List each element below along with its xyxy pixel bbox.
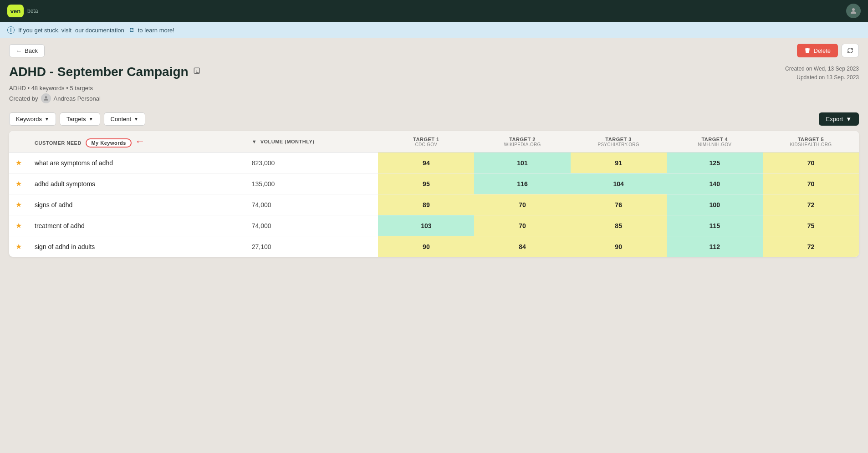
- score-cell: 70: [763, 153, 859, 173]
- table-row: ★adhd adult symptoms135,0009511610414070: [9, 173, 859, 194]
- star-cell[interactable]: ★: [9, 236, 28, 257]
- score-cell: 84: [474, 236, 570, 257]
- top-action-row: ← Back Delete: [9, 44, 859, 57]
- updated-date: Updated on 13 Sep. 2023: [785, 73, 859, 82]
- table-body: ★what are symptoms of adhd823,0009410191…: [9, 153, 859, 257]
- target4-header: TARGET 4 NIMH.NIH.GOV: [667, 131, 763, 153]
- campaign-title: ADHD - September Campaign: [9, 65, 201, 79]
- sort-arrow-icon: ▼: [252, 139, 257, 144]
- volume-cell: 135,000: [245, 173, 378, 194]
- back-arrow-icon: ←: [16, 47, 22, 54]
- keywords-chevron-icon: ▼: [45, 117, 49, 122]
- score-cell: 70: [474, 194, 570, 215]
- score-cell: 94: [378, 153, 474, 173]
- table-header-row: CUSTOMER NEED My Keywords ← ▼ VOLUME (MO…: [9, 131, 859, 153]
- created-date: Created on Wed, 13 Sep 2023: [785, 65, 859, 73]
- logo-area: ven beta: [7, 5, 38, 17]
- action-buttons: Delete: [797, 44, 859, 57]
- campaign-section: ADHD - September Campaign Created on Wed…: [9, 65, 859, 103]
- back-button[interactable]: ← Back: [9, 44, 45, 57]
- content-button[interactable]: Content ▼: [104, 112, 145, 126]
- delete-label: Delete: [813, 47, 831, 54]
- targets-button[interactable]: Targets ▼: [60, 112, 100, 126]
- score-cell: 140: [667, 173, 763, 194]
- star-header: [9, 131, 28, 153]
- keyword-cell: what are symptoms of adhd: [28, 153, 245, 173]
- volume-cell: 27,100: [245, 236, 378, 257]
- campaign-title-row: ADHD - September Campaign Created on Wed…: [9, 65, 859, 82]
- score-cell: 85: [571, 215, 667, 236]
- campaign-dates: Created on Wed, 13 Sep 2023 Updated on 1…: [785, 65, 859, 82]
- main-content: ← Back Delete ADHD - S: [0, 38, 868, 266]
- edit-title-icon[interactable]: [193, 67, 201, 77]
- documentation-link[interactable]: our documentation: [75, 27, 124, 34]
- volume-cell: 74,000: [245, 215, 378, 236]
- star-cell[interactable]: ★: [9, 173, 28, 194]
- export-button[interactable]: Export ▼: [819, 112, 859, 126]
- score-cell: 90: [571, 236, 667, 257]
- info-text-prefix: If you get stuck, visit: [18, 27, 71, 34]
- toolbar: Keywords ▼ Targets ▼ Content ▼ Export ▼: [9, 112, 859, 126]
- target2-header: TARGET 2 WIKIPEDIA.ORG: [474, 131, 570, 153]
- beta-label: beta: [27, 8, 38, 14]
- delete-button[interactable]: Delete: [797, 44, 838, 57]
- info-bar: i If you get stuck, visit our documentat…: [0, 22, 868, 38]
- user-icon: [849, 7, 858, 15]
- volume-cell: 74,000: [245, 194, 378, 215]
- svg-point-2: [45, 97, 47, 99]
- info-icon: i: [7, 26, 15, 34]
- campaign-creator: Created by Andreas Personal: [9, 93, 859, 103]
- table-row: ★what are symptoms of adhd823,0009410191…: [9, 153, 859, 173]
- info-text-suffix: to learn more!: [138, 27, 174, 34]
- star-cell[interactable]: ★: [9, 153, 28, 173]
- data-table: CUSTOMER NEED My Keywords ← ▼ VOLUME (MO…: [9, 131, 859, 257]
- score-cell: 76: [571, 194, 667, 215]
- refresh-icon: [847, 47, 854, 54]
- score-cell: 112: [667, 236, 763, 257]
- table-row: ★treatment of adhd74,000103708511575: [9, 215, 859, 236]
- svg-point-0: [852, 8, 855, 11]
- keyword-cell: sign of adhd in adults: [28, 236, 245, 257]
- campaign-meta: ADHD • 48 keywords • 5 targets: [9, 85, 859, 92]
- star-cell[interactable]: ★: [9, 194, 28, 215]
- my-keywords-tag[interactable]: My Keywords: [86, 138, 131, 148]
- target1-header: TARGET 1 CDC.GOV: [378, 131, 474, 153]
- keyword-cell: signs of adhd: [28, 194, 245, 215]
- score-cell: 95: [378, 173, 474, 194]
- user-avatar-button[interactable]: [846, 4, 861, 18]
- score-cell: 91: [571, 153, 667, 173]
- score-cell: 125: [667, 153, 763, 173]
- table-row: ★sign of adhd in adults27,10090849011272: [9, 236, 859, 257]
- targets-chevron-icon: ▼: [89, 117, 93, 122]
- score-cell: 89: [378, 194, 474, 215]
- keywords-button[interactable]: Keywords ▼: [9, 112, 56, 126]
- score-cell: 116: [474, 173, 570, 194]
- creator-name: Andreas Personal: [54, 95, 101, 102]
- top-nav: ven beta: [0, 0, 868, 22]
- score-cell: 72: [763, 236, 859, 257]
- volume-cell: 823,000: [245, 153, 378, 173]
- export-chevron-icon: ▼: [846, 116, 852, 122]
- volume-header[interactable]: ▼ VOLUME (MONTHLY): [245, 131, 378, 153]
- logo-badge: ven: [7, 5, 24, 17]
- score-cell: 115: [667, 215, 763, 236]
- trash-icon: [804, 47, 811, 54]
- back-label: Back: [25, 47, 38, 54]
- score-cell: 70: [474, 215, 570, 236]
- refresh-button[interactable]: [842, 44, 859, 57]
- keyword-cell: adhd adult symptoms: [28, 173, 245, 194]
- customer-need-header: CUSTOMER NEED My Keywords ←: [28, 131, 245, 153]
- score-cell: 103: [378, 215, 474, 236]
- score-cell: 100: [667, 194, 763, 215]
- star-cell[interactable]: ★: [9, 215, 28, 236]
- toolbar-left: Keywords ▼ Targets ▼ Content ▼: [9, 112, 145, 126]
- target3-header: TARGET 3 PSYCHIATRY.ORG: [571, 131, 667, 153]
- annotation-arrow: ←: [135, 136, 145, 148]
- score-cell: 72: [763, 194, 859, 215]
- score-cell: 70: [763, 173, 859, 194]
- content-chevron-icon: ▼: [134, 117, 138, 122]
- external-link-icon: [129, 27, 134, 33]
- keyword-cell: treatment of adhd: [28, 215, 245, 236]
- creator-avatar-icon: [43, 95, 49, 102]
- score-cell: 104: [571, 173, 667, 194]
